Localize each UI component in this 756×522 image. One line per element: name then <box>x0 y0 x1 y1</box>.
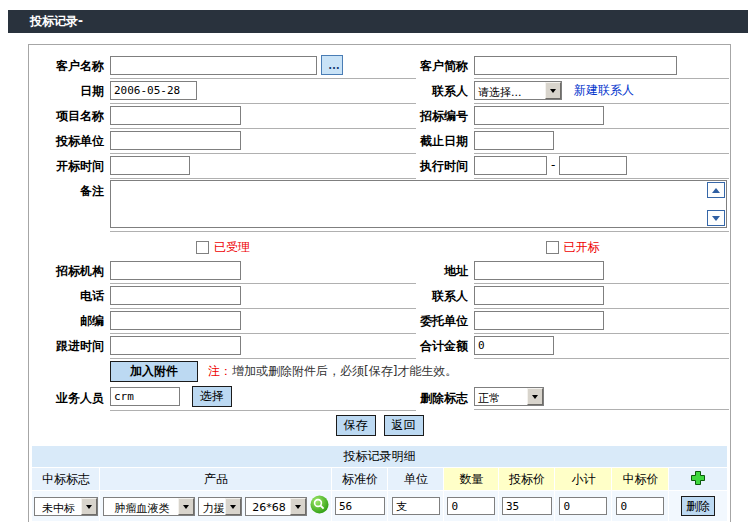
col-std-price: 标准价 <box>332 468 388 491</box>
remark-textarea[interactable] <box>110 180 727 228</box>
contact-person-input[interactable] <box>474 286 604 305</box>
zip-label: 邮编 <box>30 313 110 330</box>
follow-time-input[interactable] <box>110 336 241 355</box>
chevron-down-icon <box>527 388 543 405</box>
chevron-down-icon <box>545 82 561 99</box>
add-row-button[interactable] <box>691 471 705 488</box>
address-label: 地址 <box>416 263 474 280</box>
col-subtotal: 小计 <box>555 468 612 491</box>
contact-select[interactable]: 请选择... <box>474 81 562 100</box>
col-bid-price: 投标价 <box>499 468 555 491</box>
back-button[interactable]: 返回 <box>384 415 424 436</box>
phone-input[interactable] <box>110 286 241 305</box>
bid-price-input[interactable] <box>502 497 552 515</box>
customer-lookup-button[interactable]: … <box>321 55 343 75</box>
deadline-label: 截止日期 <box>416 133 474 150</box>
zip-input[interactable] <box>110 311 241 330</box>
detail-table-title: 投标记录明细 <box>32 446 727 468</box>
subtotal-input[interactable] <box>559 497 607 515</box>
deadline-input[interactable] <box>474 131 554 150</box>
contact-person-label: 联系人 <box>416 288 474 305</box>
sales-label: 业务人员 <box>30 390 110 407</box>
triangle-down-icon <box>712 216 720 225</box>
date-input[interactable] <box>110 81 197 100</box>
col-product: 产品 <box>100 468 332 491</box>
bid-unit-label: 投标单位 <box>30 133 110 150</box>
plus-icon <box>691 471 705 485</box>
exec-time-separator: - <box>551 158 555 172</box>
sales-input[interactable] <box>110 387 180 406</box>
contact-select-label: 联系人 <box>416 83 474 100</box>
search-icon <box>310 495 329 514</box>
date-label: 日期 <box>30 83 110 100</box>
scroll-down-button[interactable] <box>707 210 725 226</box>
entrust-unit-input[interactable] <box>474 311 604 330</box>
col-add <box>669 468 727 491</box>
total-amount-input[interactable] <box>474 336 554 355</box>
bid-record-form: 客户名称 … 客户简称 日期 联系人 请选择... <box>28 44 731 522</box>
chevron-down-icon <box>225 498 241 515</box>
ellipsis-icon: … <box>328 58 340 72</box>
col-quantity: 数量 <box>444 468 499 491</box>
page-title-bar: 投标记录- <box>8 10 748 33</box>
attachment-note: 增加或删除附件后，必须[保存]才能生效。 <box>232 364 457 378</box>
win-flag-select[interactable]: 未中标 <box>34 497 98 516</box>
exec-time-end-input[interactable] <box>559 156 627 175</box>
page-title: 投标记录- <box>30 14 83 28</box>
col-win-price: 中标价 <box>612 468 669 491</box>
bid-detail-table: 投标记录明细 中标标志 产品 标准价 单位 数量 投标价 小计 中标价 未中标 <box>31 445 727 522</box>
entrust-unit-label: 委托单位 <box>416 313 474 330</box>
chevron-down-icon <box>81 498 97 515</box>
address-input[interactable] <box>474 261 604 280</box>
project-name-label: 项目名称 <box>30 108 110 125</box>
scroll-up-button[interactable] <box>707 182 725 198</box>
new-contact-link[interactable]: 新建联系人 <box>574 82 634 99</box>
chevron-down-icon <box>178 498 194 515</box>
detail-data-row: 未中标 肿瘤血液类 力援 26*68 <box>32 491 727 522</box>
detail-header-row: 中标标志 产品 标准价 单位 数量 投标价 小计 中标价 <box>32 468 727 491</box>
agency-input[interactable] <box>110 261 241 280</box>
follow-time-label: 跟进时间 <box>30 338 110 355</box>
bid-opened-label: 已开标 <box>564 239 600 256</box>
remark-label: 备注 <box>30 179 110 200</box>
add-attachment-button[interactable]: 加入附件 <box>110 361 198 382</box>
chevron-down-icon <box>290 498 306 515</box>
unit-input[interactable] <box>392 497 440 515</box>
bid-no-input[interactable] <box>474 106 604 125</box>
customer-name-label: 客户名称 <box>30 58 110 75</box>
total-amount-label: 合计金额 <box>416 338 474 355</box>
delete-row-button[interactable]: 删除 <box>681 496 715 516</box>
customer-short-input[interactable] <box>474 56 677 75</box>
exec-time-label: 执行时间 <box>416 158 474 175</box>
product-spec-select[interactable]: 26*68 <box>245 497 307 516</box>
save-button[interactable]: 保存 <box>336 415 376 436</box>
product-search-button[interactable] <box>310 495 329 517</box>
col-win-flag: 中标标志 <box>32 468 100 491</box>
customer-short-label: 客户简称 <box>416 58 474 75</box>
quantity-input[interactable] <box>447 497 495 515</box>
open-time-label: 开标时间 <box>30 158 110 175</box>
triangle-up-icon <box>712 184 720 193</box>
exec-time-start-input[interactable] <box>474 156 547 175</box>
agency-label: 招标机构 <box>30 263 110 280</box>
win-price-input[interactable] <box>616 497 664 515</box>
bid-no-label: 招标编号 <box>416 108 474 125</box>
phone-label: 电话 <box>30 288 110 305</box>
attachment-note-prefix: 注： <box>208 364 232 378</box>
sales-select-button[interactable]: 选择 <box>192 386 232 407</box>
accepted-checkbox[interactable] <box>196 241 209 254</box>
std-price-input[interactable] <box>335 497 385 515</box>
bid-unit-input[interactable] <box>110 131 241 150</box>
product-brand-select[interactable]: 力援 <box>198 497 242 516</box>
accepted-label: 已受理 <box>214 239 250 256</box>
delete-flag-select[interactable]: 正常 <box>474 387 544 406</box>
col-unit: 单位 <box>388 468 444 491</box>
product-category-select[interactable]: 肿瘤血液类 <box>103 497 195 516</box>
customer-name-input[interactable] <box>110 56 317 75</box>
project-name-input[interactable] <box>110 106 241 125</box>
open-time-input[interactable] <box>110 156 190 175</box>
bid-opened-checkbox[interactable] <box>546 241 559 254</box>
delete-flag-label: 删除标志 <box>416 390 474 407</box>
